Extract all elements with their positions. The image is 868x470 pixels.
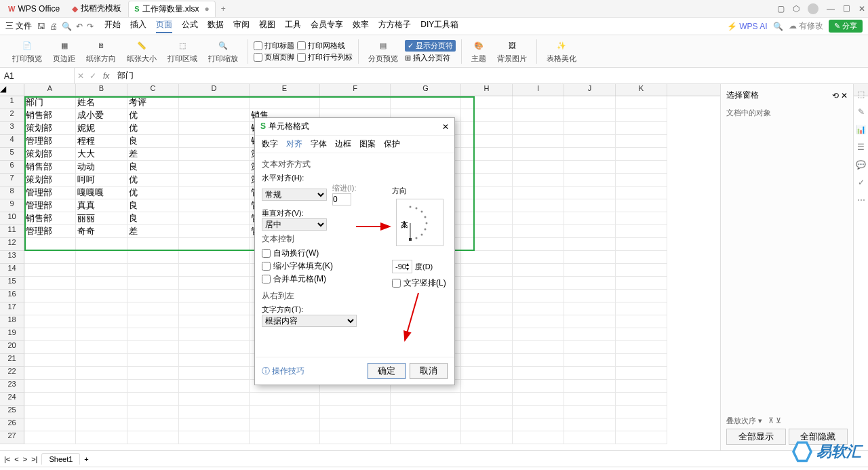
tab-insert[interactable]: 插入: [130, 19, 146, 33]
col-header[interactable]: D: [179, 84, 250, 96]
v-align-select[interactable]: 居中: [262, 218, 327, 231]
cell[interactable]: [461, 406, 513, 418]
last-sheet-icon[interactable]: >|: [31, 455, 37, 463]
vertical-text-check[interactable]: 文字竖排(L): [392, 277, 448, 289]
cell[interactable]: [127, 380, 179, 393]
cell[interactable]: [616, 431, 667, 444]
cell[interactable]: [461, 277, 513, 290]
cell[interactable]: [127, 302, 179, 315]
cell[interactable]: [513, 161, 564, 174]
select-all-corner[interactable]: ◢: [0, 84, 24, 96]
cell[interactable]: [616, 393, 667, 406]
tab-protect[interactable]: 保护: [384, 138, 400, 150]
print-area-button[interactable]: ⬚打印区域: [163, 39, 201, 64]
cell[interactable]: 大大: [76, 148, 127, 161]
cell[interactable]: 优: [127, 174, 179, 187]
row-header[interactable]: 1: [0, 96, 24, 109]
page-break-button[interactable]: ▤分页预览: [364, 39, 402, 64]
cell[interactable]: [179, 148, 250, 161]
cell[interactable]: [461, 341, 513, 354]
h-align-select[interactable]: 常规: [262, 189, 327, 201]
show-breaks-check[interactable]: ✓ 显示分页符: [405, 40, 456, 52]
cell[interactable]: [616, 225, 667, 238]
cell[interactable]: [461, 122, 513, 135]
cell[interactable]: [513, 380, 564, 393]
cell[interactable]: 动动: [76, 161, 127, 174]
cell[interactable]: [616, 122, 667, 135]
cell[interactable]: [616, 109, 667, 122]
cell[interactable]: [250, 393, 320, 406]
tab-fangfang[interactable]: 方方格子: [378, 19, 411, 33]
orientation-dial[interactable]: 文本: [396, 199, 443, 246]
tab-font[interactable]: 字体: [311, 138, 327, 150]
col-header[interactable]: H: [461, 84, 513, 96]
cell[interactable]: [24, 431, 76, 444]
redo-icon[interactable]: ↷: [87, 22, 94, 31]
cell[interactable]: 良: [127, 135, 179, 148]
cell[interactable]: [179, 251, 250, 264]
col-header[interactable]: I: [513, 84, 564, 96]
cell[interactable]: [616, 315, 667, 328]
tab-start[interactable]: 开始: [104, 19, 121, 33]
tab-border[interactable]: 边框: [335, 138, 351, 150]
cell[interactable]: [127, 431, 179, 444]
cell[interactable]: [320, 431, 391, 444]
cell[interactable]: [513, 393, 564, 406]
cell[interactable]: [564, 225, 616, 238]
cell[interactable]: [179, 135, 250, 148]
cell[interactable]: [616, 251, 667, 264]
cell[interactable]: [24, 302, 76, 315]
accept-fx[interactable]: ✓: [87, 71, 99, 81]
cell[interactable]: [179, 431, 250, 444]
close-icon[interactable]: ✕: [859, 4, 865, 14]
side-filter-icon[interactable]: ☰: [857, 142, 865, 152]
row-header[interactable]: 22: [0, 367, 24, 380]
cell[interactable]: [179, 380, 250, 393]
cell[interactable]: [461, 290, 513, 302]
cell[interactable]: [127, 328, 179, 341]
cell[interactable]: [391, 406, 461, 418]
cell[interactable]: [513, 174, 564, 187]
cell[interactable]: [461, 354, 513, 367]
text-dir-select[interactable]: 根据内容: [262, 315, 357, 327]
cell[interactable]: [24, 290, 76, 302]
orientation-button[interactable]: 🗎纸张方向: [82, 39, 120, 64]
cell[interactable]: [127, 418, 179, 431]
cell[interactable]: [461, 264, 513, 277]
cell[interactable]: [179, 418, 250, 431]
cell[interactable]: [179, 354, 250, 367]
col-header[interactable]: J: [564, 84, 616, 96]
cell[interactable]: [616, 135, 667, 148]
col-header[interactable]: G: [391, 84, 461, 96]
row-header[interactable]: 27: [0, 431, 24, 444]
cell[interactable]: [461, 380, 513, 393]
tips-link[interactable]: ⓘ 操作技巧: [262, 366, 304, 377]
cell[interactable]: [513, 431, 564, 444]
print-gridlines-check[interactable]: 打印网格线: [297, 41, 353, 51]
row-header[interactable]: 4: [0, 135, 24, 148]
cell[interactable]: [76, 290, 127, 302]
row-header[interactable]: 2: [0, 109, 24, 122]
search-icon[interactable]: 🔍: [773, 22, 783, 31]
share-button[interactable]: ✎ 分享: [829, 20, 863, 33]
insert-break-button[interactable]: ⊞ 插入分页符: [405, 53, 456, 63]
cell[interactable]: [564, 341, 616, 354]
cell[interactable]: 优: [127, 122, 179, 135]
cell[interactable]: [564, 367, 616, 380]
cell[interactable]: [616, 264, 667, 277]
header-footer-check[interactable]: 页眉页脚: [254, 52, 294, 62]
cell[interactable]: [513, 96, 564, 109]
cell[interactable]: [76, 277, 127, 290]
cell[interactable]: [179, 315, 250, 328]
cell[interactable]: [24, 264, 76, 277]
cell[interactable]: [179, 367, 250, 380]
cell[interactable]: 部门: [24, 96, 76, 109]
cell[interactable]: [461, 367, 513, 380]
degree-spinner[interactable]: ▴▾: [392, 260, 412, 273]
cell[interactable]: [461, 302, 513, 315]
undo-icon[interactable]: ↶: [76, 22, 83, 31]
cell[interactable]: [179, 406, 250, 418]
store-tab[interactable]: ◆ 找稻壳模板: [66, 1, 127, 17]
cell[interactable]: [513, 328, 564, 341]
tab-tools[interactable]: 工具: [285, 19, 301, 33]
